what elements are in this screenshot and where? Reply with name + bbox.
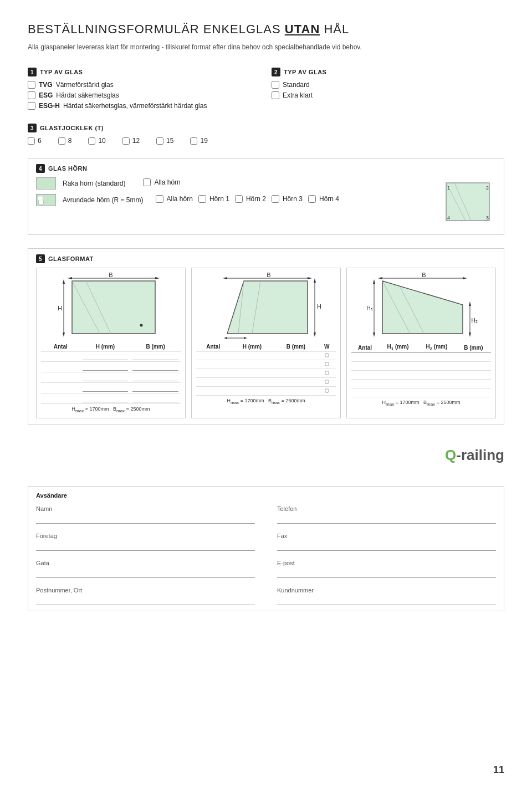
standard-checkbox[interactable]	[272, 81, 279, 89]
tvg-checkbox[interactable]	[28, 81, 35, 89]
horn-icon-rounded	[36, 194, 56, 206]
field-gata: Gata	[36, 560, 255, 578]
esg-option: ESG Härdat säkerhetsglas	[28, 91, 260, 99]
section-4-glas-horn: 4 GLAS HÖRN Raka hörn (standard) Alla hö…	[28, 158, 504, 235]
horn-4-option: Hörn 4	[308, 195, 339, 203]
avsandare-label: Avsändare	[36, 492, 496, 499]
thickness-10-checkbox[interactable]	[88, 137, 95, 145]
table-row	[351, 371, 491, 380]
input-epost[interactable]	[277, 568, 496, 578]
field-postnummer: Postnummer, Ort	[36, 587, 255, 605]
section-5-label: GLASFORMAT	[48, 255, 94, 262]
esgh-desc: Härdat säkerhetsglas, värmeförstärkt här…	[63, 102, 207, 110]
q-railing-logo: Q-railing	[28, 447, 504, 464]
input-namn[interactable]	[36, 514, 255, 524]
label-epost: E-post	[277, 560, 496, 566]
glasformat-panels: B H Antal	[36, 268, 496, 418]
glass-svg-rect: B H	[41, 273, 181, 339]
svg-text:B: B	[109, 273, 112, 278]
glass-max-text-trap: Hmax = 1700mm Bmax = 2500mm	[196, 398, 336, 405]
label-fax: Fax	[277, 533, 496, 539]
thickness-6-checkbox[interactable]	[28, 137, 35, 145]
thickness-15-checkbox[interactable]	[156, 137, 163, 145]
thickness-8-checkbox[interactable]	[58, 137, 65, 145]
svg-marker-45	[469, 301, 471, 306]
horn-2-option: Hörn 2	[235, 195, 266, 203]
horn-icon-straight	[36, 177, 56, 190]
page-number: 11	[493, 764, 504, 776]
horn-row-avrundade: Avrundade hörn (R = 5mm) Alla hörn Hörn …	[36, 194, 429, 206]
horn-1-checkbox[interactable]	[198, 195, 206, 203]
thickness-options: 6 8 10 12 15 19	[28, 137, 504, 145]
field-telefon: Telefon	[277, 505, 496, 524]
glasformat-panel-trap: B H W	[191, 268, 341, 418]
horn-2-checkbox[interactable]	[235, 195, 243, 203]
col-antal-3: Antal	[351, 342, 378, 353]
thickness-6: 6	[28, 137, 42, 145]
svg-marker-38	[463, 277, 467, 279]
table-row	[351, 353, 491, 362]
glasformat-panel-slope: B H₁ H₂	[346, 268, 496, 418]
glass-svg-trap: B H W	[196, 273, 336, 339]
extraklart-checkbox[interactable]	[272, 91, 279, 99]
table-row	[41, 393, 181, 404]
section-2-num: 2	[272, 68, 280, 76]
section-2-typ-av-glas: 2 TYP AV GLAS Standard Extra klart	[272, 68, 504, 112]
table-row	[196, 360, 336, 369]
svg-point-1	[38, 200, 44, 205]
glass-table-trap: Antal H (mm) B (mm) W	[196, 342, 336, 396]
table-row	[351, 388, 491, 397]
input-kundnummer[interactable]	[277, 595, 496, 605]
horn-avrundade-alla-horn-checkbox[interactable]	[156, 195, 163, 203]
horn-4-checkbox[interactable]	[308, 195, 316, 203]
table-row	[41, 383, 181, 393]
standard-desc: Standard	[283, 81, 310, 89]
svg-marker-32	[244, 337, 247, 339]
extraklart-option: Extra klart	[272, 91, 504, 99]
glass-max-text-rect: Hmax = 1700mm Bmax = 2500mm	[41, 406, 181, 413]
horn-3-checkbox[interactable]	[272, 195, 279, 203]
horn-avrundade-alla-horn: Alla hörn	[156, 195, 193, 203]
section-3-num: 3	[28, 124, 37, 132]
svg-marker-14	[63, 279, 65, 284]
section-2-label: TYP AV GLAS	[284, 69, 326, 75]
section-1-num: 1	[28, 68, 37, 76]
col-h-mm: H (mm)	[80, 342, 131, 351]
col-b-mm: B (mm)	[130, 342, 181, 351]
label-postnummer: Postnummer, Ort	[36, 587, 255, 594]
horn-raka-label: Raka hörn (standard)	[63, 180, 125, 187]
svg-marker-46	[469, 332, 471, 337]
svg-text:B: B	[422, 273, 426, 278]
section-4-label: GLAS HÖRN	[48, 165, 88, 172]
col-antal-2: Antal	[196, 342, 230, 351]
esgh-checkbox[interactable]	[28, 102, 35, 110]
thickness-12-checkbox[interactable]	[122, 137, 130, 145]
svg-marker-10	[68, 277, 72, 279]
horn-1-option: Hörn 1	[198, 195, 229, 203]
input-fax[interactable]	[277, 541, 496, 551]
esg-desc: Härdat säkerhetsglas	[56, 91, 119, 99]
tvg-desc: Värmeförstärkt glas	[56, 81, 114, 89]
thickness-15: 15	[156, 137, 173, 145]
field-namn: Namn	[36, 505, 255, 524]
table-row	[351, 380, 491, 388]
esg-checkbox[interactable]	[28, 91, 35, 99]
page-title: BESTÄLLNINGSFORMULÄR ENKELGLAS UTAN HÅL	[28, 22, 504, 37]
horn-row-raka: Raka hörn (standard) Alla hörn	[36, 177, 429, 190]
input-telefon[interactable]	[277, 514, 496, 524]
svg-text:H: H	[58, 305, 62, 311]
input-gata[interactable]	[36, 568, 255, 578]
field-epost: E-post	[277, 560, 496, 578]
esg-code: ESG	[39, 91, 53, 99]
thickness-19-checkbox[interactable]	[190, 137, 197, 145]
label-namn: Namn	[36, 505, 255, 512]
input-foretag[interactable]	[36, 541, 255, 551]
horn-raka-alla-horn-checkbox[interactable]	[143, 178, 151, 186]
col-h-mm-2: H (mm)	[230, 342, 274, 351]
svg-marker-27	[314, 332, 316, 337]
section-5-num: 5	[36, 254, 45, 263]
col-h1-mm: H1 (mm)	[378, 342, 417, 353]
input-postnummer[interactable]	[36, 595, 255, 605]
col-b-mm-2: B (mm)	[274, 342, 318, 351]
label-foretag: Företag	[36, 533, 255, 539]
